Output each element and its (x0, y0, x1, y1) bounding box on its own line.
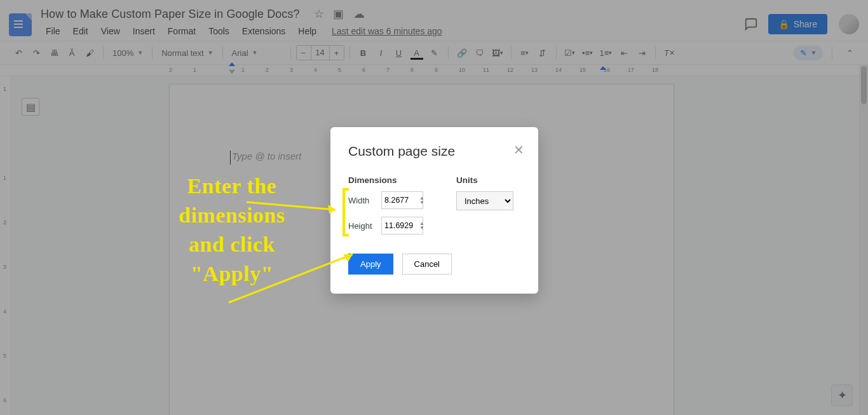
dimensions-label: Dimensions (348, 175, 437, 185)
units-label: Units (456, 175, 513, 185)
height-spinner[interactable]: ▲▼ (419, 221, 427, 230)
width-label: Width (348, 196, 376, 205)
height-label: Height (348, 221, 376, 231)
units-select[interactable]: Inches (456, 191, 513, 210)
dialog-title: Custom page size (348, 144, 520, 159)
apply-button[interactable]: Apply (348, 254, 393, 275)
width-input[interactable] (381, 191, 423, 209)
cancel-button[interactable]: Cancel (402, 254, 452, 275)
custom-page-size-dialog: Custom page size ✕ Dimensions Width ▲▼ H… (330, 127, 538, 294)
annotation-bracket (342, 188, 349, 236)
height-input[interactable] (381, 217, 423, 235)
width-spinner[interactable]: ▲▼ (419, 196, 427, 205)
close-icon[interactable]: ✕ (513, 142, 524, 158)
